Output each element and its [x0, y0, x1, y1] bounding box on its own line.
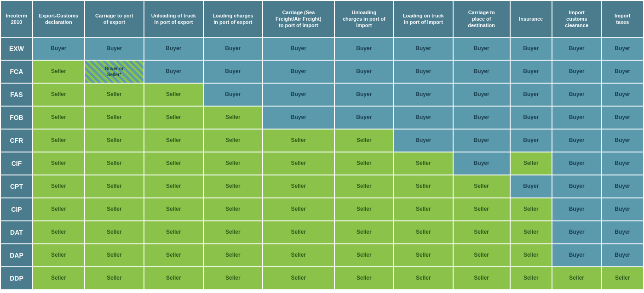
data-cell: Buyer — [394, 129, 453, 152]
data-cell: Buyer — [510, 83, 552, 106]
data-cell: Buyer — [510, 106, 552, 129]
data-cell: Seller — [394, 221, 453, 244]
data-cell: Seller — [510, 244, 552, 267]
data-cell: Buyer — [144, 37, 203, 60]
table-row: FASSellerSellerSellerBuyerBuyerBuyerBuye… — [0, 83, 644, 106]
data-cell: Buyer — [85, 37, 144, 60]
data-cell: Buyer — [263, 106, 334, 129]
incoterm-cell: FOB — [0, 106, 33, 129]
data-cell: Buyer — [552, 152, 602, 175]
data-cell: Seller — [85, 221, 144, 244]
data-cell: Seller — [552, 267, 602, 290]
data-cell: Seller — [33, 198, 85, 221]
data-cell: Seller — [453, 244, 510, 267]
data-cell: Buyer — [552, 175, 602, 198]
data-cell: Seller — [85, 198, 144, 221]
data-cell: Seller — [203, 106, 263, 129]
data-cell: Buyer — [334, 37, 394, 60]
data-cell: Seller — [263, 221, 334, 244]
table-row: FCASellerBuyer orSeller*BuyerBuyerBuyerB… — [0, 60, 644, 83]
incoterm-cell: DDP — [0, 267, 33, 290]
data-cell: Seller — [510, 198, 552, 221]
data-cell: Buyer — [601, 106, 644, 129]
data-cell: Buyer — [552, 37, 602, 60]
data-cell: Seller — [85, 175, 144, 198]
table-row: CIFSellerSellerSellerSellerSellerSellerS… — [0, 152, 644, 175]
header-incoterm: Incoterm2010 — [0, 0, 33, 37]
incoterm-cell: FAS — [0, 83, 33, 106]
table-row: DAPSellerSellerSellerSellerSellerSellerS… — [0, 244, 644, 267]
data-cell: Buyer — [510, 37, 552, 60]
table-row: DATSellerSellerSellerSellerSellerSellerS… — [0, 221, 644, 244]
incoterm-cell: CIP — [0, 198, 33, 221]
data-cell: Seller — [453, 198, 510, 221]
data-cell: Buyer — [263, 83, 334, 106]
data-cell: Seller — [334, 129, 394, 152]
data-cell: Seller — [144, 221, 203, 244]
data-cell: Seller — [394, 152, 453, 175]
data-cell: Seller — [394, 244, 453, 267]
data-cell: Seller — [144, 198, 203, 221]
data-cell: Seller — [203, 129, 263, 152]
data-cell: Seller — [85, 83, 144, 106]
data-cell: Buyer — [601, 83, 644, 106]
data-cell: Seller — [33, 106, 85, 129]
data-cell: Buyer — [203, 60, 263, 83]
data-cell: Seller — [203, 267, 263, 290]
data-cell: Seller — [263, 267, 334, 290]
data-cell: Buyer — [263, 37, 334, 60]
data-cell: Seller — [394, 198, 453, 221]
data-cell: Seller — [144, 244, 203, 267]
data-cell: Seller — [263, 129, 334, 152]
data-cell: Seller — [33, 221, 85, 244]
header-carriage-destination: Carriage toplace ofdestination — [453, 0, 510, 37]
data-cell: Seller — [334, 221, 394, 244]
table-row: EXWBuyerBuyerBuyerBuyerBuyerBuyerBuyerBu… — [0, 37, 644, 60]
data-cell: Seller — [33, 83, 85, 106]
data-cell: Buyer — [453, 152, 510, 175]
data-cell: Buyer — [510, 60, 552, 83]
data-cell: Seller — [33, 152, 85, 175]
header-unloading-truck: Unloading of truckin port of export — [144, 0, 203, 37]
data-cell: Buyer — [203, 83, 263, 106]
data-cell: Buyer — [552, 129, 602, 152]
data-cell: Seller — [453, 267, 510, 290]
data-cell: Seller — [263, 152, 334, 175]
data-cell: Buyer — [453, 37, 510, 60]
data-cell: Seller — [85, 244, 144, 267]
data-cell: Buyer — [552, 244, 602, 267]
data-cell: Buyer — [601, 198, 644, 221]
header-loading-truck-import: Loading on truckin port of import — [394, 0, 453, 37]
data-cell: Seller — [144, 267, 203, 290]
data-cell: Buyer — [510, 175, 552, 198]
table-row: FOBSellerSellerSellerSellerBuyerBuyerBuy… — [0, 106, 644, 129]
data-cell: Seller — [203, 198, 263, 221]
data-cell: Buyer orSeller* — [85, 60, 144, 83]
data-cell: Seller — [394, 267, 453, 290]
data-cell: Seller — [144, 152, 203, 175]
data-cell: Seller — [334, 175, 394, 198]
data-cell: Seller — [510, 221, 552, 244]
data-cell: Seller — [144, 106, 203, 129]
table-row: DDPSellerSellerSellerSellerSellerSellerS… — [0, 267, 644, 290]
table-row: CPTSellerSellerSellerSellerSellerSellerS… — [0, 175, 644, 198]
data-cell: Buyer — [203, 37, 263, 60]
data-cell: Seller — [33, 175, 85, 198]
data-cell: Buyer — [601, 129, 644, 152]
data-cell: Buyer — [552, 106, 602, 129]
data-cell: Seller — [85, 106, 144, 129]
header-row: Incoterm2010 Export-Customsdeclaration C… — [0, 0, 644, 37]
data-cell: Buyer — [601, 37, 644, 60]
header-unloading-charges: Unloadingcharges in port ofimport — [334, 0, 394, 37]
data-cell: Seller — [510, 152, 552, 175]
data-cell: Buyer — [144, 60, 203, 83]
data-cell: Buyer — [453, 83, 510, 106]
data-cell: Seller — [33, 267, 85, 290]
data-cell: Buyer — [601, 175, 644, 198]
incoterms-table: Incoterm2010 Export-Customsdeclaration C… — [0, 0, 644, 290]
table-row: CIPSellerSellerSellerSellerSellerSellerS… — [0, 198, 644, 221]
incoterm-cell: CFR — [0, 129, 33, 152]
data-cell: Seller — [263, 175, 334, 198]
data-cell: Buyer — [394, 60, 453, 83]
incoterm-cell: CPT — [0, 175, 33, 198]
